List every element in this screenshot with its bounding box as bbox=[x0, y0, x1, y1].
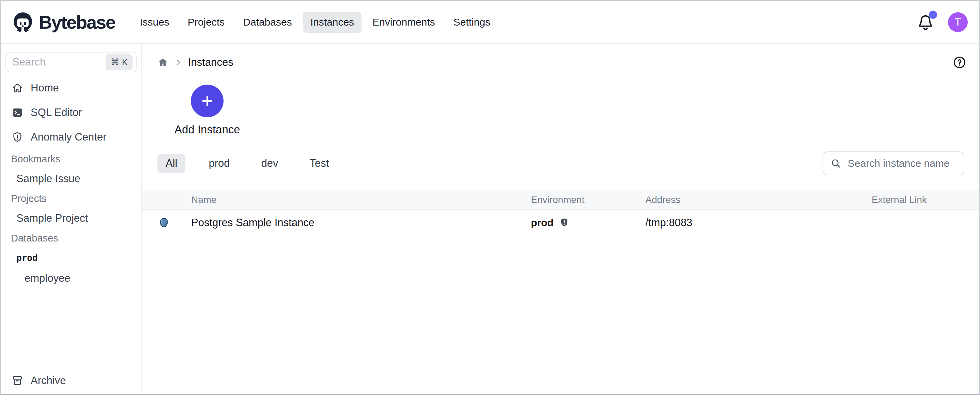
address-cell: /tmp:8083 bbox=[645, 217, 872, 229]
instance-search[interactable] bbox=[822, 152, 964, 175]
sidebar-item-anomaly-center[interactable]: Anomaly Center bbox=[1, 125, 142, 149]
nav-item-instances[interactable]: Instances bbox=[303, 11, 361, 33]
terminal-icon bbox=[11, 107, 23, 118]
postgres-icon bbox=[159, 217, 169, 228]
section-title: Databases bbox=[1, 229, 142, 248]
help-button[interactable] bbox=[953, 56, 966, 69]
shield-alert-icon bbox=[11, 131, 23, 143]
search-shortcut-badge: ⌘ K bbox=[106, 54, 132, 70]
bytebase-app-window: Bytebase Issues Projects Databases Insta… bbox=[0, 0, 980, 395]
section-title: Projects bbox=[1, 189, 142, 208]
sidebar-section-databases: Databases prod employee bbox=[1, 229, 142, 289]
nav-item-environments[interactable]: Environments bbox=[365, 11, 442, 33]
sidebar-section-projects: Projects Sample Project bbox=[1, 189, 142, 229]
breadcrumb-home-icon[interactable] bbox=[158, 57, 168, 68]
sidebar-item-sample-project[interactable]: Sample Project bbox=[1, 208, 142, 229]
main-content: Instances Add Instance bbox=[142, 44, 979, 394]
instance-name-cell[interactable]: Postgres Sample Instance bbox=[191, 217, 531, 229]
sidebar: ⌘ K Home bbox=[1, 44, 142, 394]
avatar-initial: T bbox=[955, 16, 961, 28]
home-icon bbox=[11, 82, 23, 94]
add-instance-button[interactable] bbox=[191, 85, 224, 117]
header-name: Name bbox=[191, 194, 531, 205]
header-environment: Environment bbox=[531, 194, 645, 205]
sidebar-item-sample-issue[interactable]: Sample Issue bbox=[1, 168, 142, 189]
sidebar-search-input[interactable] bbox=[12, 56, 106, 68]
bytebase-logo[interactable]: Bytebase bbox=[12, 11, 115, 33]
add-instance: Add Instance bbox=[175, 85, 240, 136]
breadcrumb-current-page: Instances bbox=[188, 56, 234, 69]
search-icon bbox=[830, 158, 842, 169]
tab-all[interactable]: All bbox=[158, 154, 185, 173]
header-external-link: External Link bbox=[872, 194, 979, 205]
tab-prod[interactable]: prod bbox=[200, 154, 238, 173]
sidebar-item-db-employee[interactable]: employee bbox=[1, 268, 142, 289]
environment-label: prod bbox=[531, 217, 554, 229]
table-row[interactable]: Postgres Sample Instance prod /tmp:8083 bbox=[142, 210, 979, 236]
archive-icon bbox=[11, 375, 23, 387]
avatar[interactable]: T bbox=[948, 12, 968, 32]
chevron-right-icon bbox=[174, 58, 183, 67]
engine-icon-cell bbox=[142, 217, 191, 228]
header-right: T bbox=[917, 12, 968, 32]
tab-dev[interactable]: dev bbox=[253, 154, 286, 173]
environment-cell: prod bbox=[531, 217, 645, 229]
sidebar-item-home[interactable]: Home bbox=[1, 76, 142, 100]
main-nav-links: Issues Projects Databases Instances Envi… bbox=[132, 11, 498, 33]
notification-dot bbox=[929, 11, 937, 19]
nav-item-databases[interactable]: Databases bbox=[235, 11, 299, 33]
sidebar-item-label: SQL Editor bbox=[31, 106, 82, 119]
notification-bell-button[interactable] bbox=[917, 13, 934, 31]
breadcrumb: Instances bbox=[142, 44, 979, 81]
table-header-row: Name Environment Address External Link bbox=[142, 190, 979, 210]
sidebar-item-label: Archive bbox=[31, 374, 66, 387]
brand-name: Bytebase bbox=[39, 11, 115, 33]
sidebar-item-label: Home bbox=[31, 82, 59, 94]
instances-table: Name Environment Address External Link bbox=[142, 190, 979, 236]
environment-tabs: All prod dev Test bbox=[142, 152, 979, 175]
sidebar-search[interactable]: ⌘ K bbox=[5, 52, 137, 72]
add-instance-label: Add Instance bbox=[175, 123, 240, 136]
section-title: Bookmarks bbox=[1, 149, 142, 168]
instance-search-input[interactable] bbox=[848, 158, 957, 169]
bytebase-logo-icon bbox=[12, 12, 33, 32]
sidebar-item-archive[interactable]: Archive bbox=[1, 370, 142, 392]
sidebar-nav: Home SQL Editor bbox=[1, 76, 142, 149]
sidebar-item-label: Anomaly Center bbox=[31, 131, 106, 143]
nav-item-settings[interactable]: Settings bbox=[446, 11, 498, 33]
sidebar-section-bookmarks: Bookmarks Sample Issue bbox=[1, 149, 142, 189]
nav-item-projects[interactable]: Projects bbox=[180, 11, 232, 33]
tab-test[interactable]: Test bbox=[301, 154, 337, 173]
sidebar-item-sql-editor[interactable]: SQL Editor bbox=[1, 100, 142, 125]
header-address: Address bbox=[645, 194, 872, 205]
plus-icon bbox=[200, 94, 214, 108]
sidebar-item-env-prod[interactable]: prod bbox=[1, 248, 142, 268]
top-nav: Bytebase Issues Projects Databases Insta… bbox=[1, 1, 979, 44]
nav-item-issues[interactable]: Issues bbox=[132, 11, 177, 33]
shield-filled-icon bbox=[559, 217, 570, 228]
